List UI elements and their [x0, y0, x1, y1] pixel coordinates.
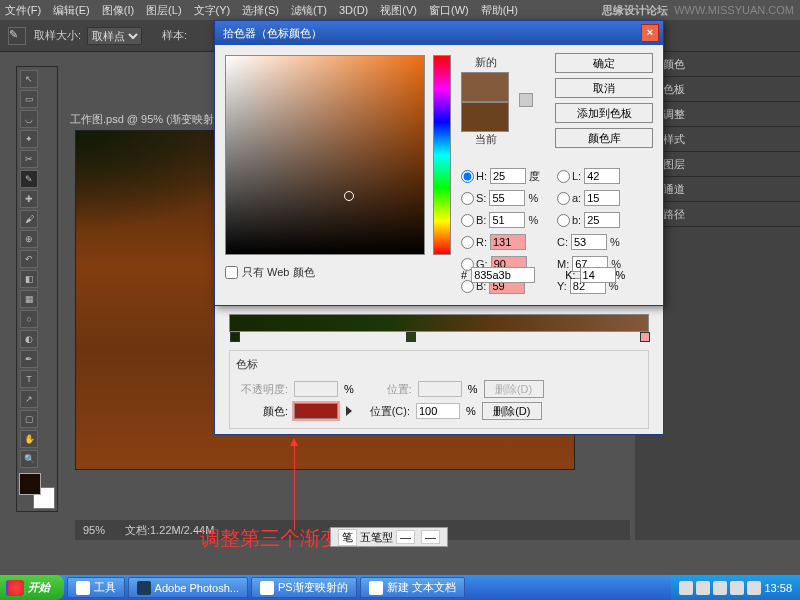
heal-tool[interactable]: ✚ — [20, 190, 38, 208]
s-input[interactable] — [489, 190, 525, 206]
start-button[interactable]: 开始 — [0, 575, 64, 600]
web-only-check[interactable]: 只有 Web 颜色 — [225, 265, 315, 280]
zoom-tool[interactable]: 🔍 — [20, 450, 38, 468]
menu-image[interactable]: 图像(I) — [102, 3, 134, 18]
close-button[interactable]: × — [641, 24, 659, 42]
path-tool[interactable]: ↗ — [20, 390, 38, 408]
blur-tool[interactable]: ○ — [20, 310, 38, 328]
position2-input[interactable] — [416, 403, 460, 419]
dodge-tool[interactable]: ◐ — [20, 330, 38, 348]
lasso-tool[interactable]: ◡ — [20, 110, 38, 128]
eraser-tool[interactable]: ◧ — [20, 270, 38, 288]
ime-name: 五笔型 — [360, 530, 393, 545]
c-input[interactable] — [571, 234, 607, 250]
stamp-tool[interactable]: ⊕ — [20, 230, 38, 248]
crop-tool[interactable]: ✂ — [20, 150, 38, 168]
dropdown-arrow-icon[interactable] — [346, 406, 352, 416]
dialog-titlebar[interactable]: 拾色器（色标颜色） × — [215, 21, 663, 45]
stop-color-swatch[interactable] — [294, 403, 338, 419]
r-input[interactable] — [490, 234, 526, 250]
document-tab[interactable]: 工作图.psd @ 95% (渐变映射 — [70, 112, 214, 127]
tray-icon-5[interactable] — [747, 581, 761, 595]
b-radio[interactable] — [461, 214, 474, 227]
menu-layer[interactable]: 图层(L) — [146, 3, 181, 18]
l-radio[interactable] — [557, 170, 570, 183]
a-radio[interactable] — [557, 192, 570, 205]
ime-seg2[interactable]: — — [421, 530, 440, 544]
system-tray[interactable]: 13:58 — [671, 575, 800, 600]
tray-icon-4[interactable] — [730, 581, 744, 595]
color-lib-button[interactable]: 颜色库 — [555, 128, 653, 148]
gradient-stop-2[interactable] — [406, 332, 416, 342]
lab-b-input[interactable] — [584, 212, 620, 228]
watermark: 思缘设计论坛WWW.MISSYUAN.COM — [602, 3, 794, 18]
menu-filter[interactable]: 滤镜(T) — [291, 3, 327, 18]
h-radio[interactable] — [461, 170, 474, 183]
menu-view[interactable]: 视图(V) — [380, 3, 417, 18]
add-swatch-button[interactable]: 添加到色板 — [555, 103, 653, 123]
l-input[interactable] — [584, 168, 620, 184]
b-input[interactable] — [489, 212, 525, 228]
opacity-label: 不透明度: — [236, 382, 288, 397]
gradient-stop-3[interactable] — [640, 332, 650, 342]
gradient-bar[interactable] — [229, 314, 649, 332]
new-color-swatch — [461, 72, 509, 102]
clock[interactable]: 13:58 — [764, 582, 792, 594]
color-marker[interactable] — [344, 191, 354, 201]
type-tool[interactable]: T — [20, 370, 38, 388]
task-photoshop[interactable]: Adobe Photosh... — [128, 577, 248, 598]
annotation-line — [294, 440, 295, 530]
task-tools[interactable]: 工具 — [67, 577, 125, 598]
cancel-button[interactable]: 取消 — [555, 78, 653, 98]
ime-seg1[interactable]: — — [396, 530, 415, 544]
zoom-level[interactable]: 95% — [83, 524, 105, 536]
task-notepad[interactable]: 新建 文本文档 — [360, 577, 465, 598]
saturation-field[interactable] — [225, 55, 425, 255]
color-swatches[interactable] — [19, 473, 55, 509]
s-radio[interactable] — [461, 192, 474, 205]
lab-b-radio[interactable] — [557, 214, 570, 227]
current-color-swatch[interactable] — [461, 102, 509, 132]
move-tool[interactable]: ↖ — [20, 70, 38, 88]
history-tool[interactable]: ↶ — [20, 250, 38, 268]
eyedropper-tool[interactable]: ✎ — [20, 170, 38, 188]
wand-tool[interactable]: ✦ — [20, 130, 38, 148]
ime-bar[interactable]: 笔 五笔型 — — — [330, 527, 448, 547]
gradient-tool[interactable]: ▦ — [20, 290, 38, 308]
delete-opacity-button: 删除(D) — [484, 380, 544, 398]
ok-button[interactable]: 确定 — [555, 53, 653, 73]
k-input[interactable] — [580, 267, 616, 283]
task-doc1[interactable]: PS渐变映射的 — [251, 577, 357, 598]
pen-tool[interactable]: ✒ — [20, 350, 38, 368]
menu-help[interactable]: 帮助(H) — [481, 3, 518, 18]
delete-color-button[interactable]: 删除(D) — [482, 402, 542, 420]
hex-input[interactable] — [471, 267, 535, 283]
brush-tool[interactable]: 🖌 — [20, 210, 38, 228]
web-only-checkbox[interactable] — [225, 266, 238, 279]
fg-color[interactable] — [19, 473, 41, 495]
hand-tool[interactable]: ✋ — [20, 430, 38, 448]
tray-icon-1[interactable] — [679, 581, 693, 595]
menu-select[interactable]: 选择(S) — [242, 3, 279, 18]
hue-slider[interactable] — [433, 55, 451, 255]
current-label: 当前 — [461, 132, 511, 147]
gradient-stop-1[interactable] — [230, 332, 240, 342]
menu-3d[interactable]: 3D(D) — [339, 4, 368, 16]
r-radio[interactable] — [461, 236, 474, 249]
menu-type[interactable]: 文字(Y) — [194, 3, 231, 18]
menu-window[interactable]: 窗口(W) — [429, 3, 469, 18]
menu-edit[interactable]: 编辑(E) — [53, 3, 90, 18]
taskbar: 开始 工具 Adobe Photosh... PS渐变映射的 新建 文本文档 1… — [0, 575, 800, 600]
a-input[interactable] — [584, 190, 620, 206]
ime-icon[interactable]: 笔 — [338, 529, 357, 546]
tray-icon-2[interactable] — [696, 581, 710, 595]
cube-icon[interactable] — [519, 93, 533, 107]
stops-title: 色标 — [236, 357, 642, 372]
tray-icon-3[interactable] — [713, 581, 727, 595]
menu-file[interactable]: 文件(F) — [5, 3, 41, 18]
shape-tool[interactable]: ▢ — [20, 410, 38, 428]
marquee-tool[interactable]: ▭ — [20, 90, 38, 108]
h-input[interactable] — [490, 168, 526, 184]
ps-icon — [137, 581, 151, 595]
sample-size-select[interactable]: 取样点 — [87, 27, 142, 45]
